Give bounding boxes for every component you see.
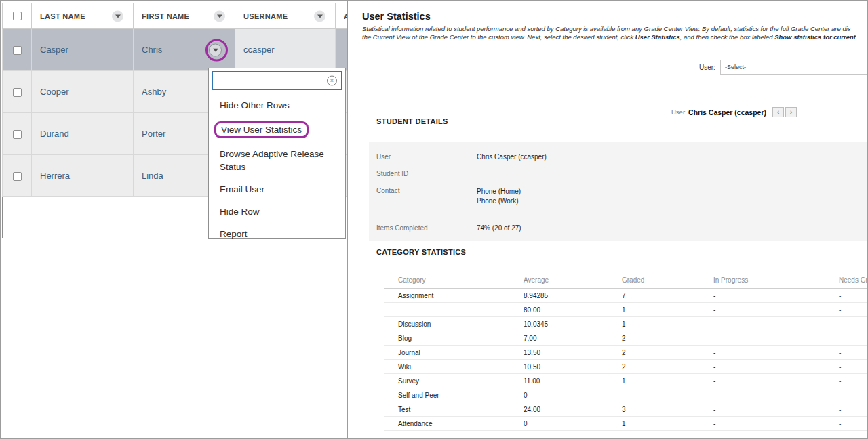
stats-cell: - <box>839 402 867 417</box>
row-checkbox-cell <box>3 29 32 71</box>
previous-user-button[interactable]: ‹ <box>772 107 784 117</box>
row-checkbox[interactable] <box>13 46 22 55</box>
clear-search-icon[interactable]: × <box>327 76 337 86</box>
stats-cell: 7.00 <box>524 331 622 346</box>
stats-row: Attendance 0 1 - - <box>384 417 867 431</box>
description-text: , and then check the box labeled <box>680 33 774 41</box>
statistics-panel: User Chris Casper (ccasper) ‹ › STUDENT … <box>368 87 867 438</box>
stats-cell: Test <box>384 402 524 417</box>
row-checkbox-cell <box>3 71 32 113</box>
menu-item-hide-other-rows[interactable]: Hide Other Rows <box>220 94 334 117</box>
row-checkbox-cell <box>3 113 32 155</box>
stats-cell <box>384 303 524 317</box>
row-checkbox[interactable] <box>13 172 22 181</box>
user-nav-name: Chris Casper (ccasper) <box>688 108 766 117</box>
stats-row: Journal 13.50 2 - - <box>384 346 867 360</box>
column-menu-chevron-icon[interactable] <box>314 10 326 22</box>
row-checkbox[interactable] <box>13 130 22 139</box>
stats-header-row: Category Average Graded In Progress Need… <box>384 272 867 289</box>
stats-cell: Attendance <box>384 417 524 431</box>
row-context-menu-chevron-icon[interactable] <box>209 43 222 56</box>
student-row-casper[interactable]: Casper Chris ccasper <box>3 29 348 71</box>
stats-row: Discussion 10.0345 1 - - <box>384 317 867 331</box>
description-bold-user-statistics: User Statistics <box>635 33 680 41</box>
username-cell: ccasper <box>235 29 336 71</box>
user-nav-label: User <box>671 108 685 116</box>
detail-label: Items Completed <box>369 224 477 232</box>
stats-cell: 0 <box>524 388 622 402</box>
menu-search-box: × <box>212 71 342 90</box>
stats-cell: 0 <box>524 417 622 431</box>
stats-row: Self and Peer 0 - - - <box>384 388 867 402</box>
row-checkbox[interactable] <box>13 88 22 97</box>
menu-item-email-user[interactable]: Email User <box>220 178 334 201</box>
column-header-label: USERNAME <box>243 12 288 20</box>
column-menu-chevron-icon[interactable] <box>112 10 123 22</box>
stats-cell: - <box>839 374 867 388</box>
stats-cell: - <box>622 388 713 402</box>
column-menu-chevron-icon[interactable] <box>214 10 225 22</box>
next-user-button[interactable]: › <box>785 107 797 117</box>
student-details-heading: STUDENT DETAILS <box>376 117 448 125</box>
stats-cell: 1 <box>622 303 713 317</box>
stats-cell: 2 <box>622 331 713 346</box>
last-name-cell: Casper <box>32 29 134 71</box>
stats-cell: - <box>839 417 867 431</box>
menu-item-hide-row[interactable]: Hide Row <box>220 201 334 223</box>
contact-phone-home: Phone (Home) <box>477 187 521 196</box>
user-filter: User: -Select- <box>699 60 867 75</box>
detail-value: Phone (Home) Phone (Work) <box>477 187 521 206</box>
stats-cell: 11.00 <box>524 374 622 388</box>
menu-item-view-user-statistics[interactable]: View User Statistics <box>220 117 334 143</box>
detail-row-contact: Contact Phone (Home) Phone (Work) <box>369 187 867 206</box>
stats-cell: - <box>713 289 839 303</box>
menu-item-browse-adaptive-release-status[interactable]: Browse Adaptive Release Status <box>220 143 334 178</box>
stats-cell: - <box>839 388 867 402</box>
contact-phone-work: Phone (Work) <box>477 196 521 206</box>
user-select-dropdown[interactable]: -Select- <box>720 60 867 75</box>
stats-cell: Survey <box>384 374 524 388</box>
select-all-checkbox[interactable] <box>13 12 22 20</box>
description-text: the Current View of the Grade Center to … <box>362 33 635 41</box>
column-header-last-name: LAST NAME <box>32 3 134 29</box>
detail-row-user: User Chris Casper (ccasper) <box>369 153 867 161</box>
stats-cell: 1 <box>622 374 713 388</box>
column-header-username: USERNAME <box>235 3 336 29</box>
stats-cell: 13.50 <box>524 346 622 360</box>
stats-cell: - <box>713 360 839 374</box>
first-name-text: Chris <box>142 45 162 55</box>
stats-cell: 1 <box>622 317 713 331</box>
grade-center-pane: LAST NAME FIRST NAME USERNAME A <box>1 1 347 438</box>
stats-cell: - <box>839 303 867 317</box>
last-name-cell: Herrera <box>32 155 134 197</box>
stats-cell: Assignment <box>384 289 524 303</box>
stats-cell: - <box>713 374 839 388</box>
stats-cell: 7 <box>622 289 713 303</box>
stats-col-in-progress: In Progress <box>713 272 839 289</box>
stats-row: 80.00 1 - - <box>384 303 867 317</box>
grade-table-header-row: LAST NAME FIRST NAME USERNAME A <box>3 3 348 29</box>
stats-col-average: Average <box>524 272 622 289</box>
stats-cell: - <box>713 388 839 402</box>
stats-cell: Journal <box>384 346 524 360</box>
stats-cell: 2 <box>622 346 713 360</box>
menu-search-input[interactable] <box>213 72 341 89</box>
stats-row: Assignment 8.94285 7 - - <box>384 289 867 303</box>
purple-box-annotation: View User Statistics <box>214 121 309 138</box>
category-statistics-heading: CATEGORY STATISTICS <box>376 248 466 256</box>
stats-cell: 1 <box>622 417 713 431</box>
stats-cell: Blog <box>384 331 524 346</box>
stats-cell: 10.50 <box>524 360 622 374</box>
stats-col-graded: Graded <box>622 272 713 289</box>
stats-row: Wiki 10.50 2 - - <box>384 360 867 374</box>
user-filter-label: User: <box>699 64 715 71</box>
detail-label: Student ID <box>369 170 477 178</box>
select-all-cell <box>3 3 32 29</box>
menu-item-report[interactable]: Report <box>220 223 334 245</box>
page-description: Statistical information related to stude… <box>362 25 856 41</box>
detail-value: 74% (20 of 27) <box>477 224 521 232</box>
stats-col-needs-grading: Needs Gr <box>839 272 867 289</box>
context-menu-list: Hide Other Rows View User Statistics Bro… <box>209 94 345 245</box>
last-name-cell: Cooper <box>32 71 134 113</box>
row-context-menu: × Hide Other Rows View User Statistics B… <box>208 68 346 239</box>
